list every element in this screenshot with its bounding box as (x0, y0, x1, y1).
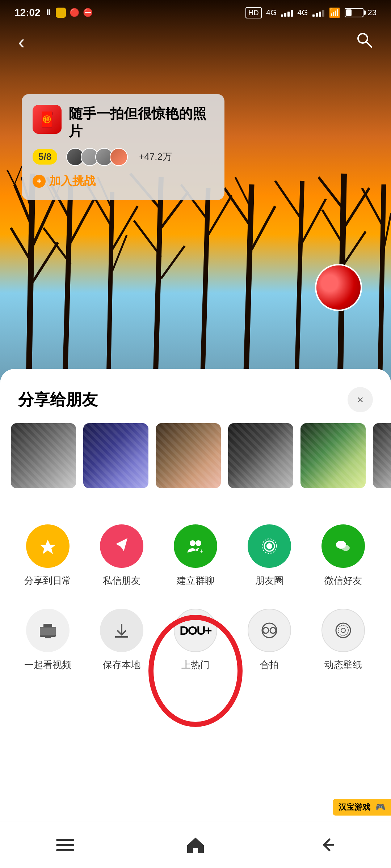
svg-line-25 (252, 206, 275, 250)
svg-line-38 (7, 170, 14, 184)
filter-item-2[interactable] (83, 423, 148, 488)
message-icon (100, 524, 143, 568)
filter-item-6[interactable] (373, 423, 391, 488)
signal-bars-2 (312, 9, 324, 17)
svg-line-29 (302, 199, 326, 242)
svg-line-8 (71, 199, 94, 242)
moments-label: 朋友圈 (255, 574, 283, 587)
daily-icon (26, 524, 70, 568)
status-bar: 12:02 ⏸ 🔴 ⛔ HD 4G 4G 📶 23 (0, 0, 391, 25)
svg-line-23 (246, 184, 252, 373)
challenge-title: 随手一拍但很惊艳的照片 (69, 105, 214, 141)
svg-point-50 (266, 543, 272, 549)
challenge-stats: 5/8 +47.2万 (33, 148, 214, 166)
svg-point-69 (341, 628, 345, 633)
join-label: 加入挑战 (49, 173, 96, 189)
svg-rect-70 (56, 839, 74, 841)
filter-strip (0, 423, 391, 503)
svg-line-39 (14, 166, 22, 184)
app-icon-3: ⛔ (83, 8, 93, 17)
svg-line-34 (344, 231, 366, 264)
svg-line-10 (109, 192, 112, 373)
svg-line-12 (112, 206, 138, 250)
status-right: HD 4G 4G 📶 23 (245, 7, 377, 18)
svg-point-46 (190, 540, 196, 546)
svg-point-65 (263, 627, 269, 633)
svg-line-43 (366, 42, 371, 47)
share-group[interactable]: + 建立群聊 (159, 517, 232, 594)
search-button[interactable] (356, 31, 373, 52)
challenge-header: 🧧 随手一拍但很惊艳的照片 (33, 105, 214, 141)
wallpaper-icon (321, 609, 365, 652)
svg-line-36 (362, 188, 384, 228)
share-duet[interactable]: 合拍 (232, 601, 306, 678)
signal-4g-2: 4G (297, 8, 308, 17)
nav-menu[interactable] (51, 830, 80, 859)
svg-point-64 (262, 623, 277, 638)
wifi-icon: 📶 (329, 7, 340, 18)
hd-badge: HD (245, 7, 262, 18)
svg-rect-71 (56, 844, 74, 846)
sheet-title: 分享给朋友 (18, 389, 98, 410)
svg-line-28 (275, 181, 302, 221)
svg-rect-61 (40, 627, 56, 635)
daily-label: 分享到日常 (24, 574, 71, 587)
watermark-text: 汉宝游戏 (339, 803, 370, 812)
app-icon-2: 🔴 (70, 8, 79, 17)
bottom-sheet: 分享给朋友 × 分享到日常 私信朋友 (0, 369, 391, 868)
watch-label: 一起看视频 (24, 659, 71, 671)
svg-rect-72 (56, 849, 74, 851)
svg-point-68 (338, 625, 348, 635)
svg-point-47 (196, 540, 201, 546)
save-label: 保存本地 (103, 659, 140, 671)
svg-point-57 (342, 545, 350, 551)
battery-pct: 23 (368, 8, 377, 17)
svg-line-22 (208, 195, 232, 235)
svg-marker-45 (116, 538, 127, 551)
avatar-4 (110, 148, 128, 166)
nav-back[interactable] (311, 830, 340, 859)
dou-plus-label: DOU+ (180, 624, 211, 638)
share-daily[interactable]: 分享到日常 (11, 517, 85, 594)
svg-point-66 (270, 627, 276, 633)
battery-icon (345, 8, 363, 17)
svg-marker-44 (40, 540, 56, 554)
share-message[interactable]: 私信朋友 (85, 517, 159, 594)
wallpaper-label: 动态壁纸 (324, 659, 362, 671)
watermark: 汉宝游戏 🎮 (333, 799, 391, 816)
filter-item-1[interactable] (11, 423, 76, 488)
time-display: 12:02 (14, 7, 41, 18)
signal-bars-1 (281, 9, 293, 17)
challenge-card: 🧧 随手一拍但很惊艳的照片 5/8 +47.2万 + 加入挑战 (22, 94, 224, 200)
filter-item-4[interactable] (228, 423, 293, 488)
share-wallpaper[interactable]: 动态壁纸 (306, 601, 380, 678)
follow-count: +47.2万 (139, 150, 172, 163)
bottom-nav (0, 821, 391, 868)
share-wechat[interactable]: 微信好友 (306, 517, 380, 594)
nav-home[interactable] (181, 830, 210, 859)
filter-item-3[interactable] (156, 423, 221, 488)
share-trending[interactable]: DOU+ 上热门 (159, 601, 232, 678)
svg-line-27 (297, 181, 302, 373)
share-moments[interactable]: 朋友圈 (232, 517, 306, 594)
svg-marker-73 (187, 838, 204, 853)
app-icon-1 (56, 8, 66, 18)
trending-icon: DOU+ (174, 609, 217, 652)
avatar-group (66, 148, 128, 166)
svg-rect-59 (43, 624, 52, 627)
duet-label: 合拍 (260, 659, 279, 671)
share-save[interactable]: 保存本地 (85, 601, 159, 678)
filter-item-5[interactable] (300, 423, 366, 488)
coin-badge: 5/8 (33, 149, 57, 165)
envelope-icon: 🧧 (38, 111, 56, 128)
svg-text:+: + (199, 548, 203, 554)
svg-line-24 (224, 188, 252, 228)
back-button[interactable]: ‹ (18, 30, 25, 54)
sheet-header: 分享给朋友 × (0, 369, 391, 423)
join-challenge-button[interactable]: + 加入挑战 (33, 173, 96, 189)
share-row-1: 分享到日常 私信朋友 + 建立群聊 (0, 503, 391, 594)
watermark-icon: 🎮 (375, 803, 385, 812)
close-button[interactable]: × (348, 387, 373, 412)
svg-line-5 (33, 242, 58, 282)
share-watch[interactable]: 一起看视频 (11, 601, 85, 678)
